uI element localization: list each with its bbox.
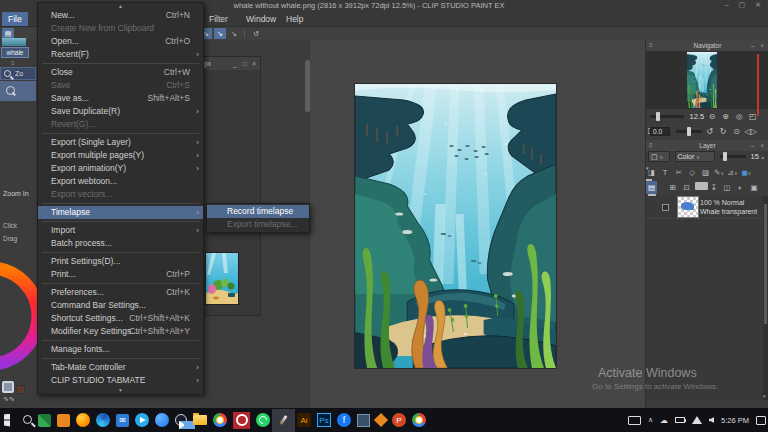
menu-help[interactable]: Help [280, 12, 309, 26]
volume-icon[interactable] [709, 417, 714, 423]
blend-mode-combo[interactable]: Color ∨ [675, 151, 715, 162]
chrome-icon[interactable] [213, 413, 227, 427]
app-orange-diamond[interactable] [374, 413, 388, 427]
app-red-tile[interactable] [233, 412, 250, 429]
panel-menu-icon[interactable]: ≡ [649, 140, 653, 151]
transfer-down-button[interactable]: ↧ [708, 181, 719, 194]
file-menu-item[interactable]: Save Ctrl+S › [38, 79, 203, 92]
rotate-right-button[interactable]: ↻ [718, 125, 729, 139]
merge-down-button[interactable]: ◫ [722, 181, 733, 194]
timelapse-submenu-item[interactable]: Record timelapse › [207, 205, 309, 218]
file-menu-item[interactable]: Save as... Shift+Alt+S › [38, 92, 203, 105]
file-menu-item[interactable]: Export (Single Layer) › [38, 136, 203, 149]
file-menu-item[interactable]: Export multiple pages(Y) › [38, 149, 203, 162]
file-menu-item[interactable]: Shortcut Settings... Ctrl+Shift+Alt+K › [38, 312, 203, 325]
layer-thumbnail[interactable] [678, 197, 698, 217]
rotate-value[interactable]: 0.0 [650, 127, 670, 136]
canvas-artwork[interactable] [355, 84, 556, 368]
network-icon[interactable] [692, 416, 702, 424]
powerpoint-icon[interactable]: P [392, 413, 406, 427]
file-menu-item[interactable]: CLIP STUDIO TABMATE › [38, 374, 203, 387]
zoom-in-button[interactable]: ⊕ [720, 110, 731, 124]
show-desktop-icon[interactable] [628, 416, 641, 425]
rotate-reset-button[interactable]: ↺ [250, 28, 262, 39]
frame-border-button[interactable]: ▣ [749, 181, 760, 194]
chrome-icon-2[interactable] [412, 413, 426, 427]
rotate-slider[interactable] [676, 130, 702, 133]
file-menu-item[interactable]: Export animation(Y) › [38, 162, 203, 175]
navigator-window-controls[interactable]: – × [751, 40, 766, 51]
facebook-icon[interactable]: f [337, 413, 351, 427]
clock[interactable]: 5:26 PM [721, 416, 749, 425]
layer-mask-button[interactable]: ◐ [735, 181, 746, 194]
file-menu-item[interactable]: Recent(F) › [38, 48, 203, 61]
opacity-slider[interactable] [720, 155, 746, 158]
snap-special-ruler-button[interactable]: ↘ [214, 28, 226, 39]
window-controls[interactable]: – ▢ ✕ [725, 1, 765, 9]
menu-file[interactable]: File [2, 12, 28, 26]
mail-icon[interactable]: ✉ [116, 414, 129, 427]
menu-scroll-down[interactable]: ▼ [38, 387, 203, 393]
illustrator-icon[interactable]: Ai [297, 413, 311, 427]
layer-name[interactable]: Whale transparent [700, 207, 757, 216]
notification-center-icon[interactable] [756, 416, 766, 425]
zoom-slider[interactable] [650, 115, 684, 118]
clip-studio-paint-icon[interactable] [276, 413, 291, 428]
whatsapp-icon[interactable] [256, 413, 270, 427]
main-color-swatch[interactable] [2, 381, 14, 393]
file-menu-item[interactable]: Tab-Mate Controller › [38, 361, 203, 374]
file-menu-item[interactable]: New... Ctrl+N › [38, 9, 203, 22]
subtool-search-input[interactable]: Zo [0, 67, 36, 80]
file-menu-item[interactable]: Export vectors... › [38, 188, 203, 201]
layer-scrollbar[interactable]: ▾ [763, 196, 768, 400]
menu-window[interactable]: Window [240, 12, 282, 26]
media-player-icon[interactable] [175, 414, 187, 426]
app-green-tiles[interactable] [38, 414, 51, 427]
flip-horizontal-button[interactable]: ◁▷ [745, 125, 756, 139]
reset-rotation-button[interactable]: ⊙ [731, 125, 742, 139]
messenger-icon[interactable] [155, 413, 169, 427]
new-vector-layer-button[interactable]: ⊡ [681, 181, 692, 194]
zoom-out-button[interactable]: ⊖ [707, 110, 718, 124]
app-orange-tile[interactable] [57, 414, 70, 427]
search-button[interactable] [23, 415, 32, 424]
panel-menu-icon[interactable]: ≡ [649, 40, 653, 51]
draft-layer-icon[interactable]: ✎∨ [714, 166, 725, 180]
layer-window-controls[interactable]: – × [751, 140, 766, 151]
file-menu-item[interactable]: Batch process... › [38, 237, 203, 250]
text-tool-icon[interactable]: T [660, 166, 671, 179]
file-menu-item[interactable]: Save Duplicate(R) › [38, 105, 203, 118]
photoshop-icon[interactable]: Ps [317, 413, 331, 427]
firefox-icon[interactable] [76, 413, 90, 427]
file-menu-item[interactable]: Close Ctrl+W › [38, 66, 203, 79]
sub-color-swatch[interactable] [16, 385, 25, 394]
file-menu-item[interactable]: Open... Ctrl+O › [38, 35, 203, 48]
file-menu-item[interactable]: Revert(G)... › [38, 118, 203, 131]
actual-size-button[interactable]: ◎ [734, 110, 745, 124]
file-menu-item[interactable]: Create New from Clipboard › [38, 22, 203, 35]
file-menu-item[interactable]: Export webtoon... › [38, 175, 203, 188]
file-menu-item[interactable]: Modifier Key Settings... Ctrl+Shift+Alt+… [38, 325, 203, 338]
subtool-item-zoom[interactable] [0, 81, 36, 101]
file-menu-item[interactable]: Print... Ctrl+P › [38, 268, 203, 281]
document-tab[interactable]: whale [1, 47, 29, 58]
fit-to-screen-button[interactable]: ◰ [747, 110, 758, 124]
file-menu-item[interactable]: Timelapse › [38, 206, 203, 219]
onedrive-cloud-icon[interactable]: ☁ [660, 416, 668, 425]
snap-grid-button[interactable]: ↘ [228, 28, 240, 39]
Whale transparent[interactable]: ✎ ∨ 100 % Normal Whale transparent [646, 196, 764, 219]
telegram-icon[interactable] [135, 413, 149, 427]
new-folder-button[interactable] [695, 181, 706, 194]
lock-layer-icon[interactable]: ◇ [687, 166, 698, 179]
layer-checkbox[interactable] [662, 204, 669, 211]
file-menu-item[interactable]: Manage fonts... › [38, 343, 203, 356]
palette-view-button[interactable]: ▤ [646, 181, 657, 194]
app-photo-tile[interactable] [357, 414, 370, 427]
rotate-left-button[interactable]: ↺ [704, 125, 715, 139]
navigator-preview[interactable] [646, 51, 768, 109]
ruler-icon[interactable]: ⊿∨ [727, 166, 738, 180]
file-menu-item[interactable]: Command Bar Settings... › [38, 299, 203, 312]
color-wheel[interactable] [0, 250, 37, 382]
layer-type-combo[interactable]: ▢ ∨ [648, 151, 670, 162]
layer-color-icon[interactable]: ◼∨ [741, 166, 752, 180]
